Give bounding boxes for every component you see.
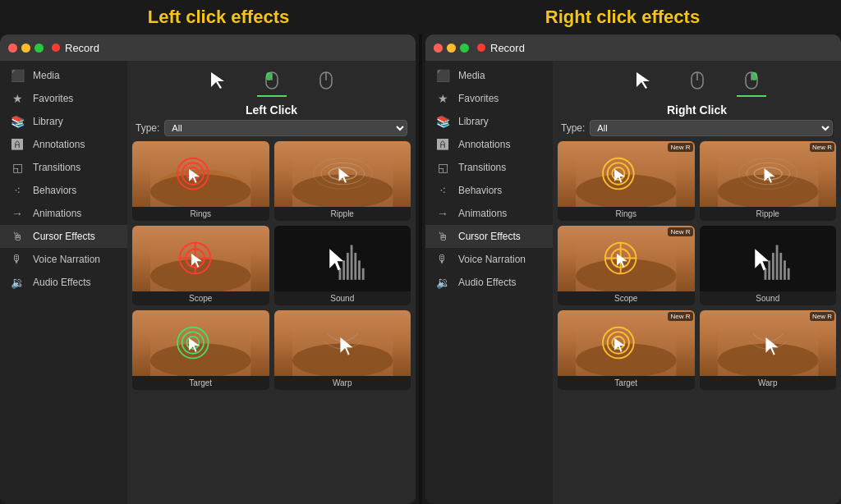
click-tabs-left: [132, 66, 411, 100]
thumb-target-left: [132, 310, 269, 376]
type-label-left: Type:: [136, 122, 159, 134]
sidebar-label-annotations-right: Annotations: [458, 139, 510, 150]
tl-yellow-left[interactable]: [21, 44, 30, 53]
tab-cursor-right[interactable]: [628, 69, 658, 97]
effect-name-ripple-left: Ripple: [274, 207, 411, 221]
sidebar-label-library-left: Library: [33, 116, 63, 127]
new-badge-rings: New R: [668, 143, 692, 152]
click-tabs-right: [558, 66, 836, 100]
type-select-left[interactable]: All: [164, 120, 407, 136]
effect-name-warp-right: Warp: [700, 376, 837, 390]
effect-rings-right[interactable]: New R Rings: [558, 141, 695, 221]
sidebar-item-cursor-right[interactable]: 🖱 Cursor Effects: [425, 225, 553, 248]
sidebar-label-annotations-left: Annotations: [33, 139, 85, 150]
effect-rings-left[interactable]: Rings: [132, 141, 269, 221]
sidebar-item-animations-right[interactable]: → Animations: [425, 202, 553, 225]
effect-scope-right[interactable]: New R Scope: [558, 226, 695, 305]
sidebar-label-library-right: Library: [458, 116, 489, 127]
svg-rect-32: [358, 260, 361, 280]
thumb-sound-right: [700, 226, 837, 291]
tab-left-click[interactable]: [257, 69, 287, 97]
sidebar-label-cursor-right: Cursor Effects: [458, 231, 521, 242]
thumb-warp-right: New R: [700, 310, 837, 376]
click-title-left: Left Click: [132, 103, 411, 117]
sidebar-item-transitions-right[interactable]: ◱ Transitions: [425, 156, 553, 179]
left-title: Left click effects: [16, 7, 420, 28]
effects-grid-right: New R Rings: [558, 141, 836, 390]
tab-right-click-left[interactable]: [311, 69, 341, 97]
type-row-right: Type: All: [558, 120, 836, 136]
sidebar-item-media-right[interactable]: ⬛ Media: [425, 64, 553, 87]
thumb-rings-right: New R: [558, 141, 695, 207]
sidebar-label-favorites-left: Favorites: [33, 93, 73, 104]
effect-target-right[interactable]: New R Target: [558, 310, 695, 390]
record-label-left: Record: [65, 42, 99, 54]
animation-icon: →: [10, 207, 25, 220]
tab-right-click-right[interactable]: [737, 69, 766, 97]
tl-red-left[interactable]: [8, 44, 17, 53]
tab-cursor-left[interactable]: [203, 69, 232, 97]
effect-sound-left[interactable]: Sound: [274, 226, 411, 305]
library-icon: 📚: [10, 115, 25, 128]
sidebar-item-behaviors-left[interactable]: ⁖ Behaviors: [0, 179, 127, 202]
svg-rect-31: [354, 253, 356, 280]
sidebar-right: ⬛ Media ★ Favorites 📚 Library 🅰 Annotati…: [425, 61, 553, 504]
svg-rect-76: [787, 268, 789, 280]
thumb-rings-left: [132, 141, 269, 207]
type-row-left: Type: All: [132, 120, 411, 136]
tl-green-right[interactable]: [460, 44, 469, 53]
sidebar-item-transitions-left[interactable]: ◱ Transitions: [0, 156, 127, 179]
sidebar-item-media-left[interactable]: ⬛ Media: [0, 64, 127, 87]
right-title: Right click effects: [420, 7, 825, 28]
behavior-icon: ⁖: [10, 184, 25, 197]
tl-green-left[interactable]: [34, 44, 44, 53]
tab-left-click-right[interactable]: [682, 69, 712, 97]
sidebar-item-favorites-right[interactable]: ★ Favorites: [425, 87, 553, 110]
sidebar-item-narration-right[interactable]: 🎙 Voice Narration: [425, 248, 553, 271]
sidebar-label-media-left: Media: [33, 70, 60, 81]
sidebar-label-narration-right: Voice Narration: [458, 254, 526, 265]
record-button-right[interactable]: Record: [477, 42, 525, 54]
type-select-right[interactable]: All: [590, 120, 833, 136]
sidebar-label-behaviors-left: Behaviors: [33, 185, 76, 196]
thumb-target-right: New R: [558, 310, 695, 376]
sidebar-label-audio-left: Audio Effects: [33, 277, 91, 288]
sidebar-label-behaviors-right: Behaviors: [458, 185, 502, 196]
effect-sound-right[interactable]: Sound: [700, 226, 837, 305]
svg-point-51: [576, 174, 676, 207]
sidebar-label-animations-left: Animations: [33, 208, 81, 219]
tl-red-right[interactable]: [434, 44, 443, 53]
sidebar-item-annotations-left[interactable]: 🅰 Annotations: [0, 133, 127, 156]
sidebar-item-library-left[interactable]: 📚 Library: [0, 110, 127, 133]
sidebar-item-narration-left[interactable]: 🎙 Voice Narration: [0, 248, 127, 271]
sidebar-item-library-right[interactable]: 📚 Library: [425, 110, 553, 133]
sidebar-item-cursor-left[interactable]: 🖱 Cursor Effects: [0, 225, 127, 248]
effect-ripple-left[interactable]: Ripple: [274, 141, 411, 221]
record-label-right: Record: [490, 42, 525, 54]
effect-warp-right[interactable]: New R Warp: [700, 310, 837, 390]
sidebar-item-favorites-left[interactable]: ★ Favorites: [0, 87, 127, 110]
sidebar-item-animations-left[interactable]: → Animations: [0, 202, 127, 225]
tl-yellow-right[interactable]: [447, 44, 456, 53]
svg-point-8: [150, 174, 250, 207]
svg-rect-27: [338, 268, 341, 280]
svg-rect-72: [771, 253, 774, 280]
svg-point-79: [576, 343, 676, 376]
sidebar-item-annotations-right[interactable]: 🅰 Annotations: [425, 133, 553, 156]
sidebar-item-behaviors-right[interactable]: ⁖ Behaviors: [425, 179, 553, 202]
effects-grid-left: Rings: [132, 141, 411, 390]
sidebar-label-favorites-right: Favorites: [458, 93, 499, 104]
effect-ripple-right[interactable]: New R Ripple: [700, 141, 837, 221]
new-badge-ripple: New R: [810, 143, 834, 152]
sidebar-item-audio-right[interactable]: 🔉 Audio Effects: [425, 271, 553, 294]
effect-scope-left[interactable]: Scope: [132, 226, 269, 305]
thumb-ripple-left: [274, 141, 411, 207]
sidebar-item-audio-left[interactable]: 🔉 Audio Effects: [0, 271, 127, 294]
record-button-left[interactable]: Record: [52, 42, 99, 54]
svg-rect-70: [764, 268, 766, 280]
main-area-left: Left Click Type: All: [127, 61, 416, 504]
effect-target-left[interactable]: Target: [132, 310, 269, 390]
effect-warp-left[interactable]: Warp: [274, 310, 411, 390]
film-icon-right: ⬛: [435, 69, 450, 82]
svg-rect-73: [775, 245, 778, 280]
